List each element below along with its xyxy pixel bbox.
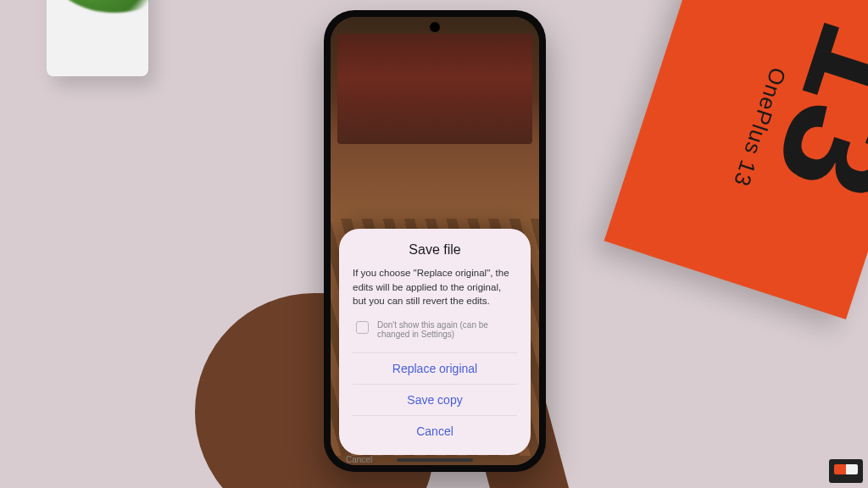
editor-cancel-label: Cancel [346, 455, 372, 464]
dialog-title: Save file [353, 242, 517, 258]
plant-prop [47, 0, 148, 76]
home-indicator[interactable] [397, 458, 473, 462]
dialog-body: If you choose "Replace original", the ed… [353, 266, 517, 308]
cancel-button[interactable]: Cancel [353, 415, 517, 446]
checkbox-icon[interactable] [356, 321, 369, 334]
box-number: 13 [742, 3, 868, 218]
save-copy-button[interactable]: Save copy [353, 384, 517, 415]
camera-notch [430, 22, 440, 32]
watermark-logo [829, 459, 863, 483]
phone-screen: Cancel Save file If you choose "Replace … [331, 17, 539, 465]
product-box: OnePlus 13 13 [604, 0, 868, 319]
dont-show-row[interactable]: Don't show this again (can be changed in… [353, 320, 517, 339]
save-file-dialog: Save file If you choose "Replace origina… [339, 229, 531, 455]
dont-show-label: Don't show this again (can be changed in… [377, 320, 517, 339]
phone-device: Cancel Save file If you choose "Replace … [324, 10, 546, 472]
replace-original-button[interactable]: Replace original [353, 352, 517, 384]
